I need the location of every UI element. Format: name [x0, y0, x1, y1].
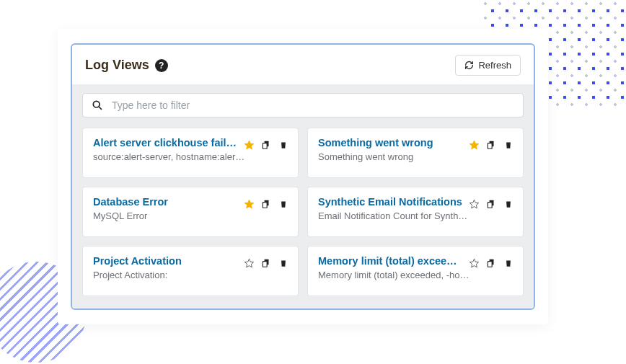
help-icon[interactable]: ?: [155, 59, 168, 72]
card-subtitle: Email Notification Count for Synth…: [318, 210, 513, 221]
copy-icon[interactable]: [260, 139, 272, 151]
card-actions: [468, 198, 514, 210]
trash-icon[interactable]: [278, 257, 289, 269]
card-title[interactable]: Memory limit (total) exceeded: [318, 255, 462, 267]
svg-rect-9: [488, 203, 492, 208]
card-title[interactable]: Alert server clickhouse failure: [93, 137, 237, 148]
search-row: [82, 93, 524, 117]
card-subtitle: MySQL Error: [93, 210, 288, 221]
svg-rect-11: [263, 262, 267, 267]
card-title[interactable]: Database Error: [93, 196, 237, 208]
card-actions: [243, 198, 289, 210]
refresh-button[interactable]: Refresh: [455, 55, 521, 76]
card-memory-limit: Memory limit (total) exceeded Memory lim…: [307, 246, 524, 296]
card-something-wrong: Something went wrong Something went wron…: [307, 128, 524, 178]
body: Alert server clickhouse failure source:a…: [72, 84, 534, 308]
copy-icon[interactable]: [485, 139, 497, 151]
card-actions: [243, 139, 289, 151]
filter-input[interactable]: [112, 99, 514, 111]
card-actions: [468, 257, 514, 269]
trash-icon[interactable]: [503, 198, 514, 210]
copy-icon[interactable]: [485, 198, 497, 210]
card-actions: [243, 257, 289, 269]
card-database-error: Database Error MySQL Error: [82, 187, 299, 237]
page-title: Log Views: [85, 58, 149, 73]
header: Log Views ? Refresh: [72, 45, 534, 84]
title-wrap: Log Views ?: [85, 58, 168, 73]
panel: Log Views ? Refresh: [58, 29, 548, 324]
card-subtitle: Something went wrong: [318, 151, 513, 162]
star-icon[interactable]: [468, 139, 480, 151]
card-alert-server: Alert server clickhouse failure source:a…: [82, 128, 299, 178]
svg-rect-3: [263, 143, 267, 149]
card-title[interactable]: Project Activation: [93, 255, 237, 267]
refresh-icon: [464, 61, 474, 70]
star-icon[interactable]: [243, 198, 255, 210]
card-subtitle: source:alert-server, hostname:aler…: [93, 151, 288, 162]
svg-rect-7: [263, 203, 267, 208]
svg-rect-13: [488, 262, 492, 267]
star-icon[interactable]: [243, 257, 255, 269]
card-subtitle: Memory limit (total) exceeded, -ho…: [318, 270, 513, 280]
trash-icon[interactable]: [503, 139, 514, 151]
copy-icon[interactable]: [260, 198, 272, 210]
log-views-container: Log Views ? Refresh: [71, 43, 535, 310]
copy-icon[interactable]: [485, 257, 497, 269]
trash-icon[interactable]: [278, 139, 289, 151]
trash-icon[interactable]: [278, 198, 289, 210]
card-actions: [468, 139, 514, 151]
search-icon: [92, 99, 103, 111]
card-synthetic-email: Synthetic Email Notifications Email Noti…: [307, 187, 524, 237]
svg-line-1: [99, 107, 102, 110]
card-title[interactable]: Synthetic Email Notifications: [318, 196, 462, 208]
star-icon[interactable]: [468, 198, 480, 210]
star-icon[interactable]: [243, 139, 255, 151]
card-subtitle: Project Activation:: [93, 270, 288, 280]
svg-point-0: [93, 101, 100, 107]
refresh-label: Refresh: [478, 60, 511, 71]
trash-icon[interactable]: [503, 257, 514, 269]
star-icon[interactable]: [468, 257, 480, 269]
copy-icon[interactable]: [260, 257, 272, 269]
card-title[interactable]: Something went wrong: [318, 137, 462, 148]
card-project-activation: Project Activation Project Activation:: [82, 246, 299, 296]
card-grid: Alert server clickhouse failure source:a…: [82, 128, 524, 296]
svg-rect-5: [488, 143, 492, 149]
